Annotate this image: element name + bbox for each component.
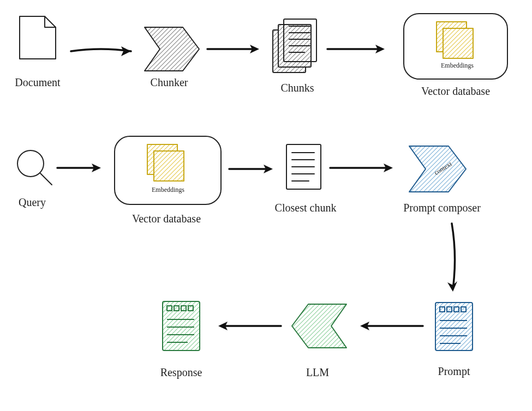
arrow-8 — [360, 322, 423, 330]
prompt-label: Prompt — [438, 365, 470, 378]
embeddings-label-2: Embeddings — [152, 186, 184, 194]
query-icon — [17, 150, 52, 185]
embeddings-label-1: Embeddings — [441, 62, 474, 69]
closest-chunk-icon — [286, 144, 321, 189]
vector-database-label-2: Vector database — [132, 213, 201, 225]
document-icon — [20, 16, 56, 59]
svg-line-19 — [40, 173, 52, 185]
arrow-5 — [229, 165, 273, 173]
svg-rect-23 — [154, 151, 184, 181]
query-label: Query — [19, 196, 46, 209]
response-icon — [163, 301, 200, 350]
llm-label: LLM — [306, 366, 329, 378]
chunks-icon — [273, 19, 316, 72]
svg-rect-17 — [443, 28, 473, 58]
arrow-4 — [57, 164, 101, 172]
arrow-2 — [207, 45, 259, 53]
chunks-label: Chunks — [280, 82, 314, 94]
prompt-composer-label: Prompt composer — [403, 202, 481, 214]
arrow-1 — [71, 46, 131, 56]
chunker-label: Chunker — [151, 76, 188, 88]
vector-database-icon-2: Embeddings — [115, 136, 221, 204]
llm-icon — [292, 304, 346, 348]
vector-database-label-1: Vector database — [421, 85, 490, 97]
prompt-composer-icon: context — [409, 146, 466, 192]
svg-marker-4 — [121, 46, 131, 56]
vector-database-icon-1: Embeddings — [404, 14, 507, 79]
prompt-icon — [435, 303, 473, 350]
response-label: Response — [160, 366, 202, 379]
arrow-9 — [218, 322, 281, 330]
arrow-7 — [447, 223, 457, 292]
rag-pipeline-diagram: Document Chunker Chunks Embeddings Vecto — [0, 0, 532, 411]
svg-marker-32 — [447, 281, 457, 292]
arrow-3 — [327, 45, 385, 53]
svg-point-18 — [17, 150, 44, 177]
document-label: Document — [15, 76, 61, 88]
arrow-6 — [330, 164, 393, 172]
chunker-icon — [145, 27, 199, 71]
closest-chunk-label: Closest chunk — [275, 202, 337, 214]
